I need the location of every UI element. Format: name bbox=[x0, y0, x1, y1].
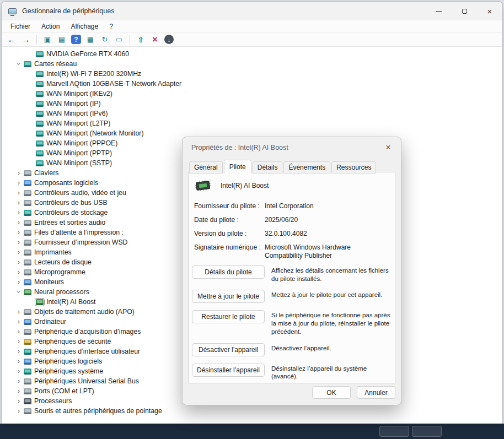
action-description: Si le périphérique ne fonctionne pas apr… bbox=[271, 310, 392, 335]
menu-affichage[interactable]: Affichage bbox=[65, 23, 104, 30]
tree-item[interactable]: NVIDIA GeForce RTX 4060 bbox=[2, 49, 502, 59]
toolbar: ←→▣▤?▦↻▭⇧×↓ bbox=[2, 32, 502, 47]
chevron-right-icon[interactable]: › bbox=[15, 338, 23, 345]
tree-item-label: WAN Miniport (IP) bbox=[46, 100, 101, 107]
tree-item[interactable]: ›Souris et autres périphériques de point… bbox=[2, 406, 502, 416]
close-icon: × bbox=[385, 143, 390, 153]
field-label: Version du pilote : bbox=[194, 230, 265, 238]
driver-actions: Détails du piloteAffichez les détails co… bbox=[192, 265, 392, 381]
ok-button[interactable]: OK bbox=[312, 386, 351, 399]
show-console-tree-button[interactable]: ▣ bbox=[41, 34, 54, 46]
forward-button[interactable]: → bbox=[19, 34, 33, 46]
chevron-right-icon[interactable]: › bbox=[15, 328, 23, 335]
tree-item-label: Entrées et sorties audio bbox=[34, 219, 105, 226]
dialog-titlebar[interactable]: Propriétés de : Intel(R) AI Boost × bbox=[183, 137, 401, 158]
menu-action[interactable]: Action bbox=[36, 23, 65, 30]
tree-item-label: Contrôleurs audio, vidéo et jeu bbox=[34, 189, 126, 197]
toolbar-disable-device-button[interactable]: ↓ bbox=[164, 35, 174, 44]
roll-back-driver-button[interactable]: Restaurer le pilote bbox=[192, 310, 265, 323]
tree-item-label: Marvell AQtion 10GBASE-T Network Adapter bbox=[46, 80, 181, 88]
device-manager-icon bbox=[8, 8, 17, 14]
chevron-right-icon[interactable]: › bbox=[15, 268, 23, 276]
tab-driver[interactable]: Pilote bbox=[224, 160, 251, 174]
tree-item-label: Intel(R) AI Boost bbox=[46, 298, 96, 306]
chevron-right-icon[interactable]: › bbox=[15, 179, 23, 187]
tab-details[interactable]: Détails bbox=[253, 161, 283, 174]
chevron-right-icon[interactable]: › bbox=[15, 209, 23, 216]
chevron-right-icon[interactable]: › bbox=[15, 169, 23, 177]
tree-item[interactable]: WAN Miniport (IKEv2) bbox=[2, 89, 502, 99]
disable-device-button[interactable]: Désactiver l’appareil bbox=[192, 343, 265, 356]
chevron-right-icon[interactable]: › bbox=[15, 219, 23, 226]
printer-icon bbox=[24, 250, 31, 256]
scan-hardware-changes-button[interactable]: ↻ bbox=[98, 34, 111, 46]
processor-icon bbox=[24, 398, 31, 404]
tree-item[interactable]: Marvell AQtion 10GBASE-T Network Adapter bbox=[2, 79, 502, 89]
tree-item[interactable]: Intel(R) Wi-Fi 7 BE200 320MHz bbox=[2, 69, 502, 79]
tree-item-label: Périphériques de sécurité bbox=[34, 338, 111, 345]
chevron-right-icon[interactable]: › bbox=[15, 348, 23, 355]
chevron-right-icon[interactable]: › bbox=[15, 199, 23, 207]
chevron-right-icon[interactable]: › bbox=[15, 407, 23, 415]
devices-view-button[interactable]: ▭ bbox=[112, 34, 126, 46]
av-controller-icon bbox=[24, 190, 31, 196]
menu-help[interactable]: ? bbox=[104, 23, 119, 30]
field-label: Date du pilote : bbox=[194, 216, 265, 224]
cancel-button[interactable]: Annuler bbox=[357, 386, 395, 399]
tree-item[interactable]: WAN Miniport (IP) bbox=[2, 99, 502, 109]
taskbar-item[interactable] bbox=[412, 426, 442, 437]
tree-item-label: WAN Miniport (IKEv2) bbox=[46, 90, 112, 97]
chevron-down-icon[interactable]: › bbox=[15, 60, 23, 68]
tree-item-label: WAN Miniport (PPTP) bbox=[46, 149, 112, 157]
help-button[interactable]: ? bbox=[71, 35, 81, 44]
minimize-button[interactable] bbox=[426, 2, 452, 20]
chevron-right-icon[interactable]: › bbox=[15, 189, 23, 197]
chevron-right-icon[interactable]: › bbox=[15, 367, 23, 375]
properties-dialog: Propriétés de : Intel(R) AI Boost × Géné… bbox=[182, 137, 401, 405]
maximize-button[interactable] bbox=[452, 2, 477, 20]
tree-item-label: WAN Miniport (PPPOE) bbox=[46, 139, 117, 147]
minimize-icon bbox=[436, 11, 442, 12]
chevron-right-icon[interactable]: › bbox=[15, 377, 23, 385]
tree-item-label: Processeurs bbox=[34, 397, 72, 405]
chevron-right-icon[interactable]: › bbox=[15, 308, 23, 316]
tree-item[interactable]: WAN Miniport (IPv6) bbox=[2, 109, 502, 118]
update-driver-button[interactable]: Mettre à jour le pilote bbox=[192, 290, 265, 303]
toolbar-uninstall-device-button[interactable]: × bbox=[148, 34, 162, 46]
menu-fichier[interactable]: Fichier bbox=[5, 23, 36, 30]
toolbar-update-driver-button[interactable]: ⇧ bbox=[134, 34, 147, 46]
chevron-right-icon[interactable]: › bbox=[15, 239, 23, 246]
tab-general[interactable]: Général bbox=[189, 161, 223, 174]
properties-button[interactable]: ▦ bbox=[84, 34, 97, 46]
tree-item[interactable]: WAN Miniport (L2TP) bbox=[2, 118, 502, 128]
chevron-right-icon[interactable]: › bbox=[15, 387, 23, 395]
tree-item-label: NVIDIA GeForce RTX 4060 bbox=[46, 50, 129, 58]
close-button[interactable]: × bbox=[477, 2, 502, 20]
tree-item-label: Claviers bbox=[34, 169, 58, 177]
driver-fields: Fournisseur du pilote :Intel Corporation… bbox=[192, 202, 392, 260]
back-button[interactable]: ← bbox=[5, 34, 18, 46]
tree-item[interactable]: ›Cartes réseau bbox=[2, 59, 502, 69]
tab-events[interactable]: Événements bbox=[283, 161, 330, 174]
chevron-right-icon[interactable]: › bbox=[15, 258, 23, 266]
uninstall-device-button[interactable]: Désinstaller l’appareil bbox=[192, 364, 265, 377]
chevron-right-icon[interactable]: › bbox=[15, 278, 23, 286]
tab-resources[interactable]: Ressources bbox=[331, 161, 376, 174]
chevron-right-icon[interactable]: › bbox=[15, 229, 23, 236]
taskbar[interactable] bbox=[0, 424, 504, 439]
taskbar-item[interactable] bbox=[379, 426, 409, 437]
tree-item-label: Microprogramme bbox=[34, 268, 85, 276]
tree-item-label: Périphériques logiciels bbox=[34, 357, 102, 365]
driver-details-button[interactable]: Détails du pilote bbox=[192, 265, 265, 279]
titlebar[interactable]: Gestionnaire de périphériques × bbox=[2, 2, 502, 20]
chevron-down-icon[interactable]: › bbox=[15, 288, 23, 296]
network-adapter-icon bbox=[36, 160, 44, 166]
export-list-button[interactable]: ▤ bbox=[55, 34, 68, 46]
dialog-close-button[interactable]: × bbox=[379, 140, 398, 155]
action-description: Affichez les détails concernant les fich… bbox=[271, 265, 392, 283]
chevron-right-icon[interactable]: › bbox=[15, 357, 23, 365]
toolbar-separator bbox=[36, 35, 37, 44]
chevron-right-icon[interactable]: › bbox=[15, 318, 23, 326]
chevron-right-icon[interactable]: › bbox=[15, 397, 23, 405]
chevron-right-icon[interactable]: › bbox=[15, 248, 23, 256]
